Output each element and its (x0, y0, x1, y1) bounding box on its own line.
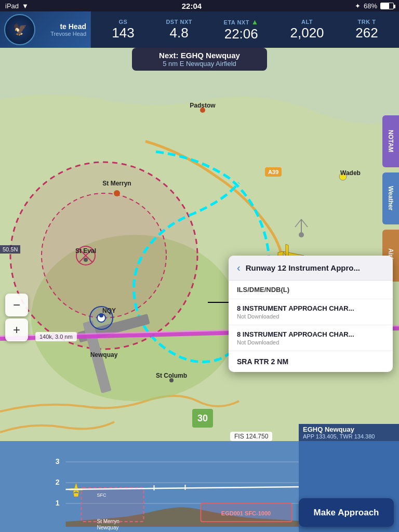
logo-area[interactable]: 🦅 te Head Trevose Head (0, 11, 91, 48)
approach-back-button[interactable]: ‹ (237, 262, 241, 274)
battery-icon (380, 3, 394, 9)
zoom-in-button[interactable]: + (5, 318, 28, 341)
next-waypoint-banner: Next: EGHQ Newquay 5 nm E Newquay Airfie… (132, 48, 267, 71)
approach-item-1[interactable]: 8 INSTRUMENT APPROACH CHAR... Not Downlo… (229, 299, 393, 325)
logo-main: te Head (50, 22, 86, 31)
map-svg: Padstow St Merryn St Eval NQY Newquay St… (0, 48, 399, 453)
stat-gs: GS 143 (112, 19, 134, 41)
battery-label: 68% (364, 2, 377, 10)
svg-point-19 (114, 190, 120, 196)
svg-text:Padstow: Padstow (190, 102, 216, 109)
notam-button[interactable]: NOTAM (382, 115, 399, 167)
next-waypoint-label: Next: EGHQ Newquay (142, 51, 257, 60)
zoom-out-button[interactable]: − (5, 294, 28, 316)
stat-dst-nxt: DST NXT 4.8 (166, 19, 192, 41)
map-area[interactable]: Padstow St Merryn St Eval NQY Newquay St… (0, 48, 399, 453)
status-bar: iPad ▼ 22:04 ✦ 68% (0, 0, 399, 11)
approach-subtitle: ILS/DME/NDB(L) (229, 281, 393, 299)
device-label: iPad (5, 2, 19, 10)
nav-stats: GS 143 DST NXT 4.8 ETA NXT ▲ 22:06 ALT 2… (91, 18, 399, 42)
logo-bird-icon: 🦅 (13, 23, 27, 36)
approach-sra: SRA RTR 2 NM (229, 351, 393, 372)
svg-text:3: 3 (56, 457, 60, 466)
stat-trk-t: TRK T 262 (355, 19, 378, 41)
lat-indicator: 50.5N (0, 245, 20, 254)
svg-text:Newquay: Newquay (97, 525, 119, 530)
svg-text:NQY: NQY (102, 307, 116, 314)
svg-rect-56 (82, 488, 144, 522)
stat-eta-nxt: ETA NXT ▲ 22:06 (224, 18, 259, 42)
next-waypoint-sub: 5 nm E Newquay Airfield (142, 60, 257, 68)
svg-text:St Merryn: St Merryn (97, 518, 119, 524)
approach-item-1-title: 8 INSTRUMENT APPROACH CHAR... (237, 304, 384, 312)
approach-title: Runway 12 Instrument Appro... (246, 263, 384, 272)
approach-item-1-sub: Not Downloaded (237, 313, 384, 320)
bluetooth-icon: ✦ (355, 2, 361, 10)
svg-text:Newquay: Newquay (90, 351, 118, 358)
logo-text: te Head Trevose Head (50, 22, 86, 37)
fis-frequency-bar: FIS 124.750 (230, 432, 272, 441)
svg-text:Wadeb: Wadeb (340, 169, 361, 177)
eghq-title: EGHQ Newquay (303, 425, 395, 433)
approach-item-2[interactable]: 8 INSTRUMENT APPROACH CHAR... Not Downlo… (229, 325, 393, 351)
eghq-info-bar: EGHQ Newquay APP 133.405, TWR 134.380 (299, 424, 399, 441)
svg-point-20 (84, 258, 88, 262)
svg-text:St Merryn: St Merryn (102, 180, 131, 187)
svg-text:1: 1 (56, 499, 60, 507)
svg-text:St Eval: St Eval (75, 247, 96, 255)
approach-panel: ‹ Runway 12 Instrument Appro... ILS/DME/… (229, 256, 393, 372)
time-display: 22:04 (182, 2, 202, 10)
make-approach-label: Make Approach (314, 508, 379, 518)
zoom-controls: − + (5, 294, 28, 341)
approach-header: ‹ Runway 12 Instrument Appro... (229, 256, 393, 281)
logo-circle: 🦅 (4, 14, 35, 45)
svg-text:St Columb: St Columb (156, 372, 187, 379)
approach-item-2-title: 8 INSTRUMENT APPROACH CHAR... (237, 330, 384, 338)
make-approach-button[interactable]: Make Approach (299, 498, 394, 527)
eghq-freq: APP 133.405, TWR 134.380 (303, 433, 395, 440)
svg-text:2: 2 (56, 478, 60, 486)
svg-point-3 (42, 193, 166, 318)
wifi-icon: ▼ (22, 2, 29, 10)
scale-indicator: 140k, 3.0 nm (35, 332, 77, 341)
weather-button[interactable]: Weather (382, 172, 399, 224)
nav-bar: 🦅 te Head Trevose Head GS 143 DST NXT 4.… (0, 11, 399, 48)
stat-alt: ALT 2,020 (290, 19, 324, 41)
svg-text:EGD001 SFC-1000: EGD001 SFC-1000 (221, 510, 271, 516)
svg-text:A39: A39 (268, 169, 278, 175)
svg-text:SFC: SFC (97, 493, 107, 498)
logo-sub: Trevose Head (50, 31, 86, 37)
svg-text:30: 30 (197, 413, 208, 423)
approach-item-2-sub: Not Downloaded (237, 339, 384, 345)
